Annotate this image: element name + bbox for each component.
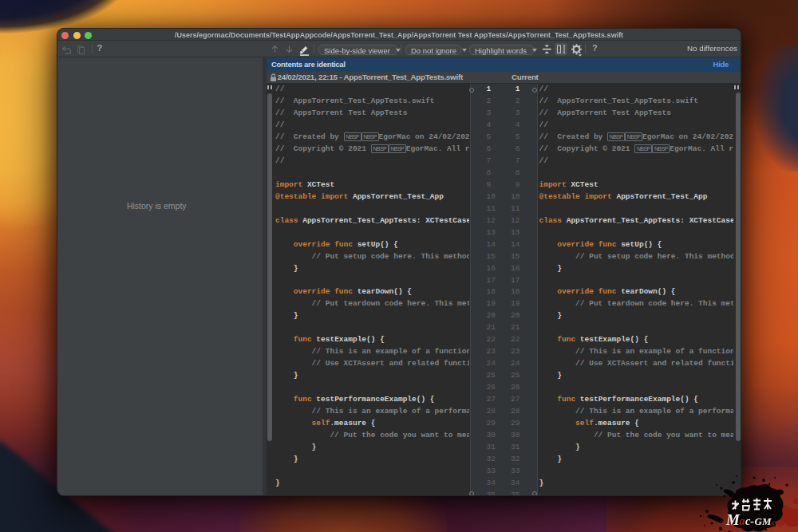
- svg-text:M: M: [725, 511, 741, 528]
- svg-text:GM: GM: [755, 515, 772, 527]
- svg-text:c-: c-: [745, 515, 754, 527]
- svg-text:a: a: [740, 515, 745, 527]
- svg-text:.com: .com: [770, 518, 785, 526]
